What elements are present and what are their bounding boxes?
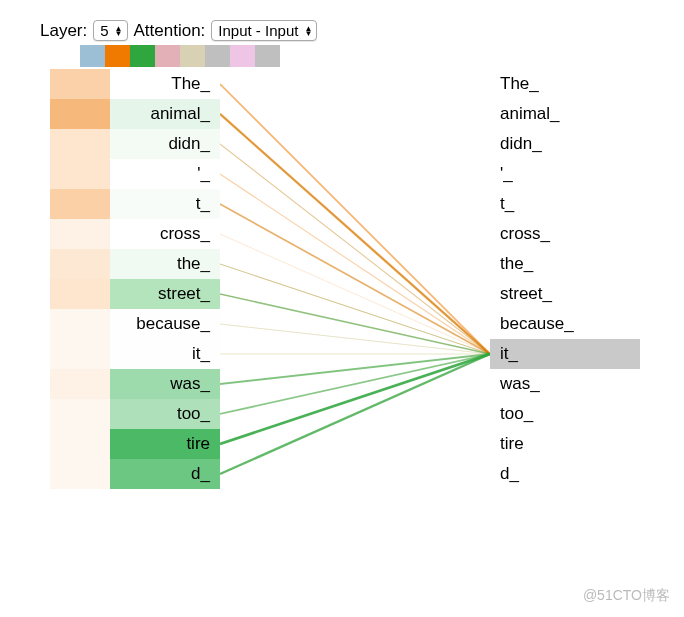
right-token[interactable]: t_ bbox=[490, 189, 640, 219]
attention-line bbox=[220, 144, 490, 354]
right-token[interactable]: because_ bbox=[490, 309, 640, 339]
layer-select-value: 5 bbox=[98, 22, 110, 39]
left-token[interactable]: the_ bbox=[110, 249, 220, 279]
head-swatch[interactable] bbox=[105, 45, 130, 67]
left-token[interactable]: was_ bbox=[110, 369, 220, 399]
right-token[interactable]: d_ bbox=[490, 459, 640, 489]
left-token-column: The_animal_didn_'_t_cross_the_street_bec… bbox=[110, 69, 220, 489]
right-token[interactable]: didn_ bbox=[490, 129, 640, 159]
updown-icon: ▲▼ bbox=[115, 26, 123, 36]
right-token[interactable]: it_ bbox=[490, 339, 640, 369]
head-swatch[interactable] bbox=[230, 45, 255, 67]
layer-select[interactable]: 5 ▲▼ bbox=[93, 20, 127, 41]
left-token[interactable]: The_ bbox=[110, 69, 220, 99]
attention-label: Attention: bbox=[134, 21, 206, 41]
intensity-bar bbox=[50, 129, 110, 159]
left-token[interactable]: because_ bbox=[110, 309, 220, 339]
attention-line bbox=[220, 294, 490, 354]
head-swatch[interactable] bbox=[155, 45, 180, 67]
head-swatch[interactable] bbox=[80, 45, 105, 67]
attention-line bbox=[220, 234, 490, 354]
left-token[interactable]: cross_ bbox=[110, 219, 220, 249]
left-token[interactable]: didn_ bbox=[110, 129, 220, 159]
attention-line bbox=[220, 354, 490, 444]
attention-line bbox=[220, 264, 490, 354]
intensity-bar bbox=[50, 249, 110, 279]
right-token[interactable]: street_ bbox=[490, 279, 640, 309]
left-token[interactable]: animal_ bbox=[110, 99, 220, 129]
left-token[interactable]: d_ bbox=[110, 459, 220, 489]
attention-line bbox=[220, 84, 490, 354]
attention-select[interactable]: Input - Input ▲▼ bbox=[211, 20, 317, 41]
right-token[interactable]: The_ bbox=[490, 69, 640, 99]
head-swatch[interactable] bbox=[180, 45, 205, 67]
attention-viz: The_animal_didn_'_t_cross_the_street_bec… bbox=[20, 69, 664, 589]
head-swatch[interactable] bbox=[255, 45, 280, 67]
head-swatch[interactable] bbox=[130, 45, 155, 67]
watermark: @51CTO博客 bbox=[583, 587, 670, 605]
left-token[interactable]: '_ bbox=[110, 159, 220, 189]
right-token[interactable]: cross_ bbox=[490, 219, 640, 249]
intensity-bar bbox=[50, 159, 110, 189]
attention-line bbox=[220, 114, 490, 354]
right-token[interactable]: too_ bbox=[490, 399, 640, 429]
intensity-bar bbox=[50, 459, 110, 489]
head-color-swatches bbox=[80, 45, 664, 67]
attention-line bbox=[220, 354, 490, 474]
intensity-bar bbox=[50, 189, 110, 219]
intensity-bar bbox=[50, 339, 110, 369]
right-token[interactable]: tire bbox=[490, 429, 640, 459]
left-intensity-bars bbox=[50, 69, 110, 489]
layer-label: Layer: bbox=[40, 21, 87, 41]
attention-line bbox=[220, 354, 490, 414]
attention-line bbox=[220, 174, 490, 354]
intensity-bar bbox=[50, 399, 110, 429]
right-token-column: The_animal_didn_'_t_cross_the_street_bec… bbox=[490, 69, 640, 489]
intensity-bar bbox=[50, 219, 110, 249]
intensity-bar bbox=[50, 99, 110, 129]
right-token[interactable]: '_ bbox=[490, 159, 640, 189]
intensity-bar bbox=[50, 279, 110, 309]
right-token[interactable]: animal_ bbox=[490, 99, 640, 129]
intensity-bar bbox=[50, 69, 110, 99]
attention-line bbox=[220, 354, 490, 384]
left-token[interactable]: it_ bbox=[110, 339, 220, 369]
head-swatch[interactable] bbox=[205, 45, 230, 67]
attention-line bbox=[220, 204, 490, 354]
attention-lines-svg bbox=[220, 69, 490, 589]
left-token[interactable]: too_ bbox=[110, 399, 220, 429]
updown-icon: ▲▼ bbox=[304, 26, 312, 36]
right-token[interactable]: the_ bbox=[490, 249, 640, 279]
attention-line bbox=[220, 324, 490, 354]
intensity-bar bbox=[50, 429, 110, 459]
intensity-bar bbox=[50, 309, 110, 339]
intensity-bar bbox=[50, 369, 110, 399]
left-token[interactable]: tire bbox=[110, 429, 220, 459]
left-token[interactable]: t_ bbox=[110, 189, 220, 219]
attention-select-value: Input - Input bbox=[216, 22, 300, 39]
left-token[interactable]: street_ bbox=[110, 279, 220, 309]
right-token[interactable]: was_ bbox=[490, 369, 640, 399]
